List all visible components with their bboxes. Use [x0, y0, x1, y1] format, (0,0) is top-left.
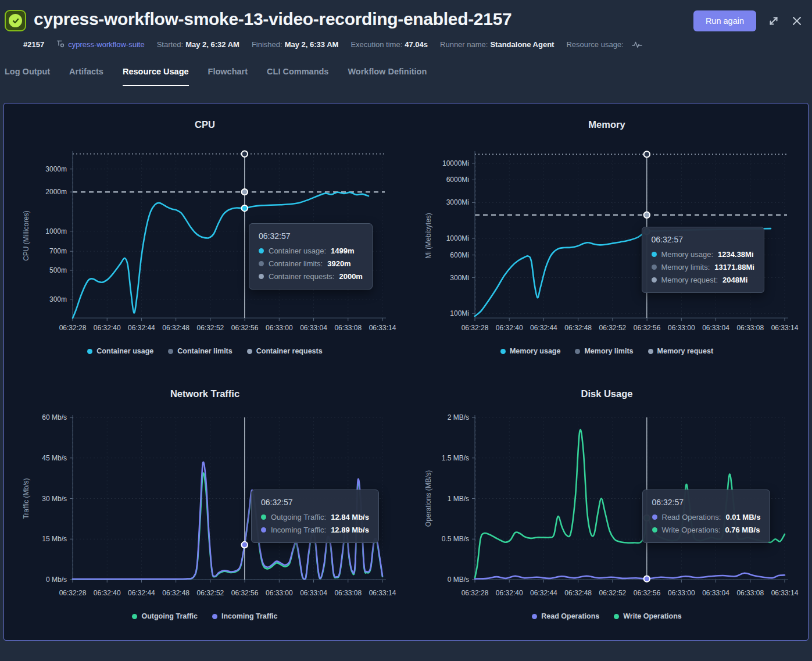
x-tick-label: 06:32:56 — [633, 324, 660, 332]
run-again-button[interactable]: Run again — [693, 10, 756, 31]
tooltip-series-value: 2000m — [339, 272, 362, 281]
tab-flowchart[interactable]: Flowchart — [208, 67, 248, 86]
x-tick-label: 06:32:52 — [197, 589, 224, 597]
cpu-chart[interactable]: CPU300m500m700m1000m2000m3000m06:32:2806… — [4, 103, 406, 369]
y-tick-label: 6000Mi — [446, 176, 468, 184]
x-tick-label: 06:32:40 — [495, 324, 523, 332]
x-tick-label: 06:33:14 — [771, 324, 798, 332]
y-tick-label: 300Mi — [450, 274, 469, 282]
tab-log-output[interactable]: Log Output — [5, 67, 50, 86]
legend-item-incoming-traffic[interactable]: Incoming Traffic — [212, 612, 278, 620]
y-tick-label: 1000m — [45, 227, 67, 235]
close-icon[interactable] — [791, 15, 803, 27]
tooltip-series-label: Container limits: — [269, 259, 323, 268]
x-tick-label: 06:32:52 — [599, 324, 626, 332]
crosshair-marker — [643, 576, 649, 581]
legend-item-container-usage[interactable]: Container usage — [87, 347, 153, 355]
x-tick-label: 06:33:04 — [702, 589, 729, 597]
series-dot-icon — [652, 527, 657, 533]
tooltip-series-value: 1499m — [331, 246, 354, 255]
legend-dot-icon — [648, 349, 653, 354]
series-dot-icon — [652, 265, 657, 270]
x-tick-label: 06:32:48 — [162, 589, 189, 597]
tab-cli-commands[interactable]: CLI Commands — [267, 67, 328, 86]
legend-dot-icon — [575, 349, 580, 354]
x-tick-label: 06:33:08 — [334, 324, 362, 332]
x-tick-label: 06:32:28 — [59, 324, 87, 332]
tooltip-series-value: 12.89 Mb/s — [331, 526, 369, 534]
cpu-tooltip: 06:32:57Container usage:1499mContainer l… — [249, 223, 373, 290]
legend-item-memory-request[interactable]: Memory request — [648, 347, 714, 355]
x-tick-label: 06:32:44 — [530, 589, 557, 597]
legend-item-container-limits[interactable]: Container limits — [168, 347, 232, 355]
x-tick-label: 06:32:48 — [162, 324, 189, 332]
tab-workflow-definition[interactable]: Workflow Definition — [348, 67, 427, 86]
tooltip-series-label: Memory usage: — [661, 250, 714, 259]
tooltip-series-label: Write Operations: — [662, 526, 721, 534]
tooltip-row: Incoming Traffic:12.89 Mb/s — [261, 526, 369, 534]
legend-item-memory-limits[interactable]: Memory limits — [575, 347, 633, 355]
workflow-suite-link[interactable]: cypress-workflow-suite — [68, 40, 144, 49]
legend-item-memory-usage[interactable]: Memory usage — [500, 347, 561, 355]
legend-item-read-operations[interactable]: Read Operations — [532, 612, 599, 620]
execution-time-label: Execution time: — [350, 40, 402, 49]
x-tick-label: 06:32:52 — [599, 589, 626, 597]
resource-usage-icon[interactable] — [632, 41, 642, 49]
run-metadata: #2157 cypress-workflow-suite Started:May… — [23, 40, 812, 49]
tooltip-series-value: 0.01 MB/s — [725, 513, 760, 521]
y-tick-label: 0 MB/s — [447, 576, 468, 584]
tooltip-series-value: 3920m — [327, 259, 350, 268]
status-success-icon — [5, 10, 26, 31]
tooltip-row: Memory usage:1234.38Mi — [652, 250, 754, 259]
y-tick-label: 1000Mi — [446, 234, 468, 242]
y-tick-label: 100Mi — [450, 309, 469, 317]
memory-chart[interactable]: Memory100Mi300Mi600Mi1000Mi3000Mi6000Mi1… — [406, 103, 808, 369]
tooltip-row: Memory limits:13171.88Mi — [652, 263, 754, 271]
series-dot-icon — [652, 277, 657, 283]
tab-artifacts[interactable]: Artifacts — [69, 67, 103, 86]
run-number: #2157 — [23, 40, 44, 49]
series-dot-icon — [261, 514, 266, 520]
tooltip-row: Write Operations:0.76 MB/s — [652, 526, 761, 534]
disk-legend: Read OperationsWrite Operations — [406, 612, 808, 620]
started-value: May 2, 6:32 AM — [185, 40, 239, 49]
y-tick-label: 500m — [49, 266, 67, 274]
expand-icon[interactable] — [768, 15, 779, 27]
tooltip-series-value: 12.84 Mb/s — [331, 513, 369, 521]
crosshair-marker — [242, 542, 248, 548]
workflow-suite-icon — [56, 40, 65, 49]
legend-item-outgoing-traffic[interactable]: Outgoing Traffic — [132, 612, 198, 620]
legend-dot-icon — [532, 614, 537, 619]
memory-legend: Memory usageMemory limitsMemory request — [406, 347, 808, 355]
runner-name-label: Runner name: — [440, 40, 488, 49]
crosshair-marker — [643, 151, 649, 157]
legend-label: Memory request — [657, 347, 714, 355]
y-tick-label: 0 Mb/s — [46, 576, 67, 584]
series-dot-icon — [259, 261, 264, 266]
tooltip-row: Outgoing Traffic:12.84 Mb/s — [261, 513, 369, 521]
x-tick-label: 06:32:44 — [128, 589, 155, 597]
tab-bar: Log OutputArtifactsResource UsageFlowcha… — [5, 67, 812, 86]
tooltip-series-value: 2048Mi — [722, 276, 747, 284]
legend-item-write-operations[interactable]: Write Operations — [614, 612, 681, 620]
x-tick-label: 06:32:40 — [94, 589, 121, 597]
disk-usage-chart[interactable]: Disk Usage0 MB/s0.5 MB/s1 MB/s1.5 MB/s2 … — [406, 369, 808, 640]
legend-label: Incoming Traffic — [221, 612, 278, 620]
legend-label: Container usage — [96, 347, 153, 355]
page-title: cypress-workflow-smoke-13-video-recordin… — [34, 9, 693, 29]
legend-item-container-requests[interactable]: Container requests — [247, 347, 323, 355]
legend-label: Write Operations — [623, 612, 681, 620]
started-label: Started: — [157, 40, 184, 49]
tooltip-series-value: 0.76 MB/s — [725, 526, 760, 534]
x-tick-label: 06:32:52 — [197, 324, 224, 332]
network-traffic-chart[interactable]: Network Traffic0 Mb/s15 Mb/s30 Mb/s45 Mb… — [4, 369, 406, 640]
tooltip-series-label: Container requests: — [269, 272, 334, 281]
x-tick-label: 06:32:28 — [461, 324, 488, 332]
y-axis-label: Operations (MB/s) — [424, 470, 432, 527]
series-dot-icon — [259, 274, 264, 279]
x-tick-label: 06:32:56 — [231, 324, 259, 332]
tooltip-time: 06:32:57 — [261, 498, 369, 507]
tab-resource-usage[interactable]: Resource Usage — [123, 67, 189, 86]
tooltip-series-value: 13171.88Mi — [714, 263, 754, 271]
x-tick-label: 06:32:40 — [495, 589, 523, 597]
